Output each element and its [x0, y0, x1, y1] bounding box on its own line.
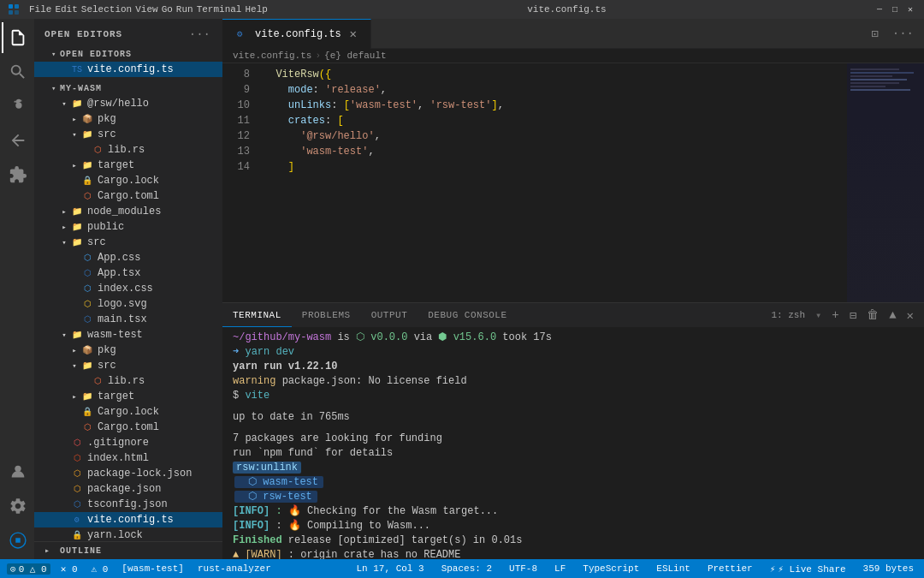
public-dir[interactable]: ▸ 📁 public — [34, 219, 222, 235]
package-lock-json[interactable]: ⬡ package-lock.json — [34, 466, 222, 481]
prettier-status[interactable]: Prettier — [704, 563, 756, 574]
term-via: via — [414, 331, 439, 343]
tsconfig-json[interactable]: ⬡ tsconfig.json — [34, 497, 222, 512]
breadcrumb-symbol[interactable]: {e} default — [324, 51, 387, 61]
cargo-toml-2[interactable]: ⬡ Cargo.toml — [34, 420, 222, 435]
my-wasm-header[interactable]: ▾ My-Wasm — [34, 80, 222, 96]
code-token: ({ — [319, 67, 331, 82]
language-status[interactable]: TypeScript — [579, 563, 643, 574]
split-editor-icon[interactable]: ⊡ — [868, 25, 881, 43]
app-tsx[interactable]: ⬡ App.tsx — [34, 265, 222, 281]
yarn-lock[interactable]: 🔒 yarn.lock — [34, 527, 222, 541]
new-file-icon[interactable]: ··· — [187, 26, 212, 43]
menu-run[interactable]: Run — [176, 4, 193, 15]
terminal-body[interactable]: ~/github/my-wasm is ⬡ v0.0.0 via ⬢ v15.6… — [222, 327, 924, 559]
rsw-target[interactable]: ▸ 📁 target — [34, 158, 222, 173]
settings-icon[interactable] — [2, 491, 33, 521]
eslint-status[interactable]: ESLint — [653, 563, 694, 574]
term-funding: 7 packages are looking for funding — [233, 432, 442, 444]
maximize-button[interactable]: □ — [888, 3, 902, 16]
problems-tab[interactable]: Problems — [292, 303, 361, 327]
accounts-icon[interactable] — [2, 456, 33, 487]
code-content[interactable]: ViteRsw({ mode: 'release', unLinks: ['wa… — [257, 63, 847, 302]
errors-status[interactable]: ✕ 0 — [57, 563, 81, 575]
package-json[interactable]: ⬡ package.json — [34, 481, 222, 497]
kill-terminal-icon[interactable]: 🗑 — [863, 307, 882, 324]
close-panel-icon[interactable]: ✕ — [903, 307, 917, 325]
logo-svg[interactable]: ⬡ logo.svg — [34, 296, 222, 312]
app-css[interactable]: ⬡ App.css — [34, 250, 222, 265]
code-token: [ — [337, 113, 343, 128]
open-editor-vite-config[interactable]: TS vite.config.ts — [34, 62, 222, 77]
line-ending-status[interactable]: LF — [551, 563, 569, 574]
minimize-button[interactable]: ─ — [873, 3, 886, 16]
cargo-lock-1[interactable]: 🔒 Cargo.lock — [34, 173, 222, 188]
wasm-pkg[interactable]: ▸ 📦 pkg — [34, 343, 222, 358]
split-terminal-icon[interactable]: ⊟ — [846, 307, 860, 325]
rsw-hello-dir[interactable]: ▾ 📁 @rsw/hello — [34, 96, 222, 111]
extensions-icon[interactable] — [2, 159, 33, 190]
vite-config-ts[interactable]: ⚙ vite.config.ts — [34, 512, 222, 527]
menu-terminal[interactable]: Terminal — [197, 4, 242, 15]
maximize-panel-icon[interactable]: ▲ — [886, 307, 899, 324]
more-actions-icon[interactable]: ··· — [889, 25, 917, 42]
rsw-hello-label: @rsw/hello — [87, 98, 149, 110]
menu-view[interactable]: View — [135, 4, 157, 15]
encoding-status[interactable]: UTF-8 — [506, 563, 541, 574]
terminal-line-uptodate: up to date in 765ms — [233, 410, 914, 425]
output-tab[interactable]: Output — [361, 303, 418, 327]
terminal-line-1: ~/github/my-wasm is ⬡ v0.0.0 via ⬢ v15.6… — [233, 331, 914, 345]
wt-arrow: ▾ — [58, 329, 70, 341]
node-modules-dir[interactable]: ▸ 📁 node_modules — [34, 204, 222, 219]
index-html[interactable]: ⬡ index.html — [34, 450, 222, 466]
breadcrumb-file[interactable]: vite.config.ts — [233, 51, 311, 61]
terminal-tab[interactable]: Terminal — [222, 303, 292, 327]
tab-close-button[interactable]: ✕ — [346, 27, 360, 41]
gitignore[interactable]: ⬡ .gitignore — [34, 435, 222, 450]
position-status[interactable]: Ln 17, Col 3 — [352, 563, 427, 574]
search-icon[interactable] — [2, 57, 33, 87]
src-dir[interactable]: ▾ 📁 src — [34, 235, 222, 250]
cargo-toml-1-label: Cargo.toml — [98, 190, 159, 202]
rsw-hello-src[interactable]: ▾ 📁 src — [34, 127, 222, 142]
index-css[interactable]: ⬡ index.css — [34, 281, 222, 296]
menu-file[interactable]: File — [29, 4, 51, 15]
breadcrumb: vite.config.ts › {e} default — [222, 49, 924, 63]
source-control-icon[interactable] — [2, 91, 33, 122]
term-wasm-test-tag: ⬡ wasm-test — [234, 476, 323, 488]
menu-edit[interactable]: Edit — [55, 4, 77, 15]
warnings-status[interactable]: ⚠ 0 — [87, 563, 111, 575]
run-debug-icon[interactable] — [2, 125, 33, 156]
wasm-src[interactable]: ▾ 📁 src — [34, 358, 222, 373]
live-share-status[interactable]: ⚡ ⚡ Live Share — [767, 563, 850, 575]
rsw-hello-pkg[interactable]: ▸ 📦 pkg — [34, 111, 222, 127]
outline-section[interactable]: ▸ OUTLINE — [34, 541, 222, 559]
new-terminal-icon[interactable]: + — [828, 307, 842, 324]
lib-rs-1[interactable]: ⬡ lib.rs — [34, 142, 222, 158]
code-line-14: ] — [264, 159, 847, 175]
term-dollar: $ — [233, 390, 245, 402]
wasm-test-dir[interactable]: ▾ 📁 wasm-test — [34, 327, 222, 343]
rust-analyzer-status[interactable]: rust-analyzer — [194, 563, 275, 574]
lib-rs-2[interactable]: ⬡ lib.rs — [34, 373, 222, 389]
remote-icon[interactable] — [2, 525, 33, 556]
window-controls: ─ □ ✕ — [866, 3, 917, 16]
cargo-lock-2[interactable]: 🔒 Cargo.lock — [34, 404, 222, 420]
menu-help[interactable]: Help — [245, 4, 267, 15]
bytes-status[interactable]: 359 bytes — [860, 563, 917, 574]
cargo-toml-1[interactable]: ⬡ Cargo.toml — [34, 188, 222, 204]
menu-go[interactable]: Go — [162, 4, 173, 15]
close-button[interactable]: ✕ — [903, 3, 917, 16]
main-tsx[interactable]: ⬡ main.tsx — [34, 312, 222, 327]
open-editors-header[interactable]: ▾ Open Editors — [34, 46, 222, 62]
panel-tabs: Terminal Problems Output Debug Console 1… — [222, 303, 924, 327]
debug-console-tab[interactable]: Debug Console — [418, 303, 517, 327]
menu-selection[interactable]: Selection — [81, 4, 132, 15]
files-icon[interactable] — [2, 22, 33, 53]
wasm-target[interactable]: ▸ 📁 target — [34, 389, 222, 404]
wasm-test-status[interactable]: [wasm-test] — [118, 563, 187, 574]
spaces-status[interactable]: Spaces: 2 — [438, 563, 495, 574]
tab-vite-config[interactable]: ⚙ vite.config.ts ✕ — [222, 19, 371, 49]
terminal-line-fund2: run `npm fund` for details — [233, 446, 914, 461]
remote-status[interactable]: ⊙ 0 △ 0 — [7, 563, 50, 575]
